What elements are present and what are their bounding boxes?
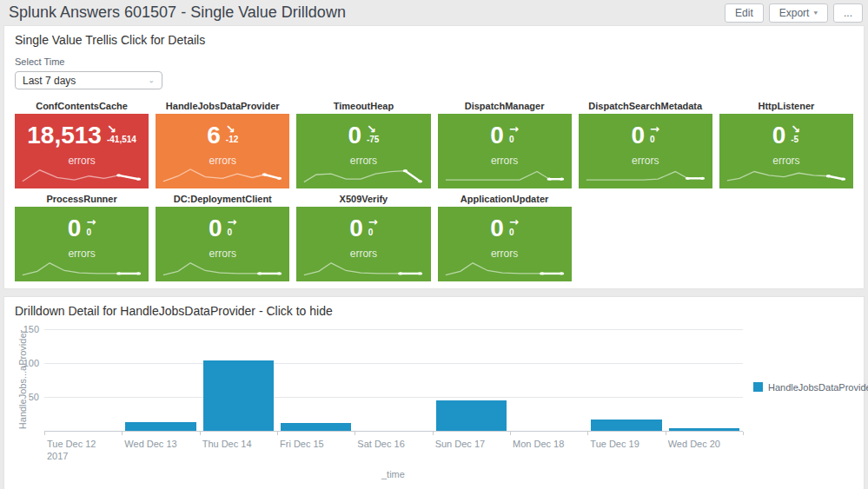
x-axis-category-label: Fri Dec 15 bbox=[280, 438, 354, 450]
tile-title: DispatchManager bbox=[438, 101, 572, 111]
x-axis-category-label: Thu Dec 14 bbox=[202, 438, 276, 450]
dashboard-header: Splunk Answers 601507 - Single Value Dri… bbox=[0, 0, 868, 25]
x-axis-category-label: Wed Dec 13 bbox=[124, 438, 198, 450]
trend-flat-icon: → bbox=[86, 216, 96, 228]
tile-delta-value: 0 bbox=[368, 228, 374, 237]
trellis-tile: DispatchManager0→0errors bbox=[438, 101, 572, 188]
tile-single-value[interactable]: 0→0errors bbox=[438, 207, 572, 281]
tile-value: 6 bbox=[207, 122, 221, 149]
trellis-tile: DispatchSearchMetadata0→0errors bbox=[579, 101, 712, 188]
tile-trend-indicator: →0 bbox=[228, 216, 237, 237]
tile-value: 0 bbox=[632, 122, 646, 149]
tile-single-value[interactable]: 0↘-75errors bbox=[296, 114, 430, 188]
bar-chart: 50100150Tue Dec 12 2017Wed Dec 13Thu Dec… bbox=[15, 321, 853, 483]
tile-delta-value: 0 bbox=[650, 135, 655, 144]
page-title: Splunk Answers 601507 - Single Value Dri… bbox=[9, 3, 725, 22]
tile-value-row: 0↘-5 bbox=[772, 122, 800, 152]
bar[interactable] bbox=[125, 422, 195, 431]
time-range-value: Last 7 days bbox=[23, 75, 148, 87]
gridline bbox=[44, 397, 743, 398]
drilldown-panel-title[interactable]: Drilldown Detail for HandleJobsDataProvi… bbox=[15, 304, 853, 318]
export-button-label: Export bbox=[779, 7, 810, 19]
x-axis-tick bbox=[122, 432, 123, 435]
trellis-tile: X509Verify0→0errors bbox=[296, 194, 430, 281]
tile-trend-indicator: ↘-41,514 bbox=[107, 123, 136, 144]
tile-trend-indicator: →0 bbox=[650, 123, 659, 144]
trend-flat-icon: → bbox=[509, 123, 519, 135]
trend-down-icon: ↘ bbox=[367, 123, 376, 135]
tile-title: ApplicationUpdater bbox=[438, 194, 572, 204]
x-axis-category-label: Tue Dec 12 2017 bbox=[47, 438, 121, 462]
x-axis-tick bbox=[587, 432, 588, 435]
tile-single-value[interactable]: 18,513↘-41,514errors bbox=[15, 114, 149, 188]
bar[interactable] bbox=[436, 400, 507, 431]
header-actions: Edit Export ▾ ... bbox=[725, 3, 863, 23]
trellis-tile: ProcessRunner0→0errors bbox=[15, 194, 149, 281]
sparkline bbox=[443, 256, 567, 279]
chevron-down-icon: ▾ bbox=[813, 8, 818, 17]
tile-value-row: 0→0 bbox=[349, 215, 377, 245]
more-button[interactable]: ... bbox=[833, 3, 863, 23]
tile-delta-value: 0 bbox=[509, 228, 514, 237]
sparkline bbox=[584, 163, 707, 186]
tile-value-row: 0→0 bbox=[68, 215, 96, 245]
tile-single-value[interactable]: 0→0errors bbox=[296, 207, 430, 281]
tile-value-row: 0→0 bbox=[632, 122, 659, 152]
trellis-tile: TimeoutHeap0↘-75errors bbox=[296, 101, 430, 188]
sparkline bbox=[443, 163, 567, 186]
x-axis-tick bbox=[510, 432, 511, 435]
tile-trend-indicator: ↘-12 bbox=[226, 123, 238, 144]
tile-value-row: 0→0 bbox=[490, 122, 518, 152]
tile-trend-indicator: ↘-75 bbox=[367, 123, 379, 144]
x-axis-tick bbox=[743, 432, 744, 435]
edit-button[interactable]: Edit bbox=[725, 3, 764, 23]
x-axis-tick bbox=[44, 432, 45, 435]
tile-single-value[interactable]: 0→0errors bbox=[579, 114, 712, 188]
tile-value-row: 18,513↘-41,514 bbox=[27, 122, 136, 152]
tile-trend-indicator: →0 bbox=[509, 123, 519, 144]
sparkline bbox=[161, 256, 284, 279]
tile-value: 0 bbox=[209, 215, 222, 241]
tile-delta-value: -5 bbox=[791, 135, 798, 144]
x-axis-title: _time bbox=[381, 469, 405, 479]
tile-single-value[interactable]: 0→0errors bbox=[438, 114, 572, 188]
x-axis-tick bbox=[666, 432, 666, 435]
time-range-dropdown[interactable]: Last 7 days ⌄ bbox=[15, 71, 162, 89]
trellis-tile: DC:DeploymentClient0→0errors bbox=[156, 194, 289, 281]
tile-value: 0 bbox=[490, 215, 504, 241]
trellis-panel: Single Value Trellis Click for Details S… bbox=[3, 25, 865, 289]
tile-single-value[interactable]: 6↘-12errors bbox=[156, 114, 289, 188]
tile-delta-value: 0 bbox=[228, 228, 233, 237]
tile-value: 0 bbox=[348, 122, 361, 149]
tile-trend-indicator: →0 bbox=[368, 216, 378, 237]
bar[interactable] bbox=[669, 428, 739, 431]
legend-swatch bbox=[753, 382, 763, 392]
tile-title: X509Verify bbox=[296, 194, 430, 204]
legend-item[interactable]: HandleJobsDataProvider bbox=[753, 382, 868, 393]
legend-label: HandleJobsDataProvider bbox=[768, 382, 868, 393]
export-button[interactable]: Export ▾ bbox=[769, 3, 828, 23]
bar[interactable] bbox=[591, 420, 661, 431]
tile-single-value[interactable]: 0↘-5errors bbox=[719, 114, 853, 188]
x-axis-tick bbox=[277, 432, 278, 435]
x-axis-category-label: Sun Dec 17 bbox=[435, 438, 509, 450]
tile-delta-value: -41,514 bbox=[107, 135, 136, 144]
bar[interactable] bbox=[281, 423, 351, 431]
tile-value-row: 6↘-12 bbox=[207, 122, 238, 152]
bar[interactable] bbox=[203, 360, 274, 431]
sparkline bbox=[725, 163, 848, 186]
tile-value: 0 bbox=[349, 215, 363, 241]
tile-single-value[interactable]: 0→0errors bbox=[15, 207, 149, 281]
tile-trend-indicator: ↘-5 bbox=[791, 123, 800, 144]
trellis-grid: ConfContentsCache18,513↘-41,514errorsHan… bbox=[15, 101, 853, 281]
tile-title: ConfContentsCache bbox=[15, 101, 149, 111]
tile-single-value[interactable]: 0→0errors bbox=[156, 207, 289, 281]
sparkline bbox=[20, 256, 143, 279]
gridline bbox=[44, 363, 743, 364]
tile-value-row: 0↘-75 bbox=[348, 122, 379, 152]
more-button-label: ... bbox=[844, 7, 852, 19]
tile-delta-value: -12 bbox=[226, 135, 238, 144]
x-axis-line bbox=[44, 431, 743, 432]
tile-delta-value: -75 bbox=[367, 135, 379, 144]
tile-title: HandleJobsDataProvider bbox=[156, 101, 289, 111]
